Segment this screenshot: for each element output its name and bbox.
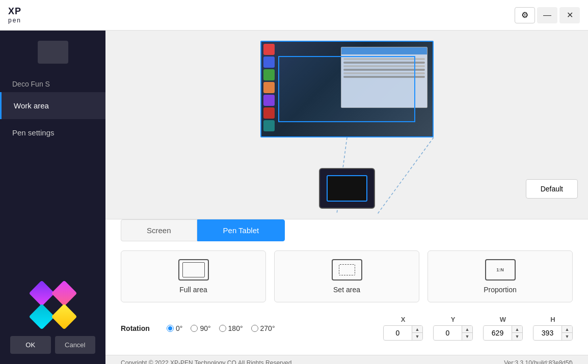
desktop-icon-4 <box>263 82 275 93</box>
w-arrows: ▲ ▼ <box>512 326 522 340</box>
proportion-icon: 1:N <box>485 259 516 281</box>
diamond-cyan <box>29 304 55 330</box>
rotation-label: Rotation <box>121 324 156 332</box>
rotation-270-radio[interactable] <box>251 325 258 332</box>
content-area: @uantrimang <box>105 31 588 364</box>
proportion-label: Proportion <box>484 286 517 294</box>
desktop-icons <box>263 44 275 131</box>
x-label: X <box>401 316 406 323</box>
y-label: Y <box>451 316 456 323</box>
ok-button[interactable]: OK <box>10 336 51 354</box>
sidebar: Deco Fun S Work area Pen settings OK Can… <box>0 31 105 364</box>
rotation-row: Rotation 0° 90° 180° <box>121 312 573 345</box>
xp-pen-logo: XP pen <box>8 6 21 24</box>
x-field-container: X ▲ ▼ <box>383 316 423 341</box>
x-up-arrow[interactable]: ▲ <box>412 326 422 333</box>
device-icon <box>38 41 68 64</box>
svg-line-1 <box>378 137 434 214</box>
h-field-container: H ▲ ▼ <box>533 316 573 341</box>
full-area-icon <box>178 259 209 281</box>
diamond-purple <box>29 281 55 306</box>
h-spinner: ▲ ▼ <box>533 325 573 341</box>
area-option-set[interactable]: Set area <box>274 250 419 302</box>
x-shapes-bottom-row <box>33 307 73 326</box>
footer-version: Ver:3.3.10(build:83e8d5f) <box>504 359 573 364</box>
desktop-icon-5 <box>263 95 275 106</box>
monitor-selection <box>278 56 415 122</box>
sidebar-logo-area <box>0 31 105 69</box>
bottom-panel: Screen Pen Tablet Full area Set area <box>105 219 588 355</box>
rotation-0[interactable]: 0° <box>167 324 182 332</box>
minimize-button[interactable]: — <box>537 7 557 23</box>
title-bar: XP pen ⚙ — ✕ <box>0 0 588 31</box>
diagram-area: @uantrimang <box>105 31 588 219</box>
rotation-radio-group: 0° 90° 180° 270° <box>167 324 275 332</box>
diagram-container <box>260 41 434 209</box>
full-area-label: Full area <box>179 286 207 294</box>
w-up-arrow[interactable]: ▲ <box>512 326 522 333</box>
rotation-0-radio[interactable] <box>167 325 174 332</box>
logo-pen: pen <box>8 17 21 24</box>
w-down-arrow[interactable]: ▼ <box>512 333 522 340</box>
main-layout: Deco Fun S Work area Pen settings OK Can… <box>0 31 588 364</box>
sidebar-device-name: Deco Fun S <box>0 74 105 92</box>
area-option-proportion[interactable]: 1:N Proportion <box>427 250 573 302</box>
h-input[interactable] <box>533 326 562 340</box>
area-options: Full area Set area 1:N Proportion <box>121 250 573 302</box>
sidebar-item-work-area[interactable]: Work area <box>0 92 105 119</box>
settings-button[interactable]: ⚙ <box>515 7 535 23</box>
sidebar-item-pen-settings[interactable]: Pen settings <box>0 119 105 146</box>
footer-copyright: Copyright © 2022 XP-PEN Technology CO.Al… <box>121 359 293 364</box>
y-arrows: ▲ ▼ <box>462 326 472 340</box>
full-area-inner <box>182 262 205 277</box>
h-down-arrow[interactable]: ▼ <box>562 333 572 340</box>
x-arrows: ▲ ▼ <box>412 326 422 340</box>
desktop-icon-6 <box>263 107 275 119</box>
set-area-inner <box>339 264 355 275</box>
desktop-icon-2 <box>263 57 275 68</box>
w-label: W <box>500 316 506 323</box>
h-arrows: ▲ ▼ <box>562 326 572 340</box>
logo-xp: XP <box>8 6 21 17</box>
w-spinner: ▲ ▼ <box>483 325 523 341</box>
desktop-icon-7 <box>263 120 275 131</box>
desktop-icon-1 <box>263 44 275 55</box>
footer: Copyright © 2022 XP-PEN Technology CO.Al… <box>105 355 588 364</box>
y-down-arrow[interactable]: ▼ <box>462 333 472 340</box>
cancel-button[interactable]: Cancel <box>55 336 96 354</box>
tablet-mockup <box>319 168 375 209</box>
rotation-180[interactable]: 180° <box>219 324 243 332</box>
tab-screen[interactable]: Screen <box>121 219 197 241</box>
tablet-screen <box>327 175 367 202</box>
sidebar-action-buttons: OK Cancel <box>0 336 105 364</box>
x-shapes-top-row <box>33 284 73 302</box>
rotation-270[interactable]: 270° <box>251 324 275 332</box>
area-option-full[interactable]: Full area <box>121 250 266 302</box>
rotation-90-radio[interactable] <box>191 325 198 332</box>
set-area-icon <box>332 259 362 281</box>
diamond-pink <box>51 281 77 306</box>
rotation-180-radio[interactable] <box>219 325 226 332</box>
proportion-inner: 1:N <box>496 267 504 272</box>
window-title-bar <box>341 47 427 54</box>
xywh-group: X ▲ ▼ Y <box>383 316 573 341</box>
h-up-arrow[interactable]: ▲ <box>562 326 572 333</box>
tab-pen-tablet[interactable]: Pen Tablet <box>197 219 285 241</box>
desktop-icon-3 <box>263 69 275 80</box>
x-spinner: ▲ ▼ <box>383 325 423 341</box>
rotation-90[interactable]: 90° <box>191 324 210 332</box>
y-field-container: Y ▲ ▼ <box>433 316 473 341</box>
close-button[interactable]: ✕ <box>559 7 580 23</box>
sidebar-nav: Deco Fun S Work area Pen settings <box>0 74 105 146</box>
title-bar-left: XP pen <box>8 6 21 24</box>
x-down-arrow[interactable]: ▼ <box>412 333 422 340</box>
y-input[interactable] <box>434 326 462 340</box>
y-spinner: ▲ ▼ <box>433 325 473 341</box>
w-input[interactable] <box>484 326 512 340</box>
tab-bar: Screen Pen Tablet <box>121 219 573 241</box>
y-up-arrow[interactable]: ▲ <box>462 326 472 333</box>
default-button[interactable]: Default <box>526 179 578 199</box>
sidebar-bottom <box>0 274 105 336</box>
x-input[interactable] <box>384 326 412 340</box>
set-area-label: Set area <box>333 286 360 294</box>
